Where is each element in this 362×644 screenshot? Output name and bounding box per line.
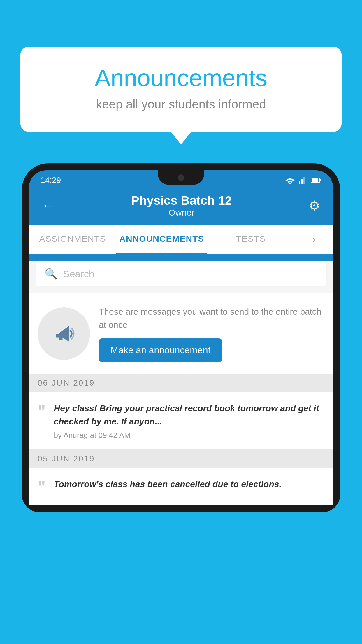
batch-title: Physics Batch 12 [131, 194, 232, 208]
announcement-content-1: Hey class! Bring your practical record b… [54, 402, 325, 440]
settings-icon[interactable]: ⚙ [308, 198, 320, 214]
app-header: ← Physics Batch 12 Owner ⚙ [29, 188, 333, 225]
quote-icon-1: " [38, 403, 46, 420]
search-placeholder: Search [63, 268, 94, 280]
svg-point-0 [289, 183, 291, 184]
svg-rect-1 [299, 181, 300, 184]
announcement-message-1: Hey class! Bring your practical record b… [54, 402, 325, 428]
speech-bubble-section: Announcements keep all your students inf… [20, 47, 342, 132]
phone-mockup: 14:29 [22, 163, 340, 644]
svg-rect-5 [320, 179, 321, 181]
search-icon: 🔍 [45, 268, 58, 280]
tab-bar: ASSIGNMENTS ANNOUNCEMENTS TESTS › [29, 225, 333, 254]
svg-rect-6 [312, 178, 318, 182]
announcement-message-2: Tomorrow's class has been cancelled due … [54, 477, 325, 491]
back-button[interactable]: ← [42, 198, 55, 213]
app-content: 🔍 Search These are messages you want to … [29, 261, 333, 505]
announcement-item-2[interactable]: " Tomorrow's class has been cancelled du… [29, 468, 333, 505]
header-center: Physics Batch 12 Owner [131, 194, 232, 218]
announcement-content-2: Tomorrow's class has been cancelled due … [54, 477, 325, 494]
make-announcement-button[interactable]: Make an announcement [99, 338, 222, 362]
announcement-author-1: by Anurag at 09:42 AM [54, 431, 325, 440]
wifi-icon [285, 177, 295, 184]
phone-outer: 14:29 [22, 163, 340, 512]
announcement-icon-circle [38, 307, 90, 360]
date-separator-2: 05 JUN 2019 [29, 449, 333, 468]
megaphone-icon [51, 321, 77, 347]
promo-description: These are messages you want to send to t… [99, 305, 324, 331]
quote-icon-2: " [38, 479, 46, 496]
batch-owner-label: Owner [131, 208, 232, 218]
tab-assignments[interactable]: ASSIGNMENTS [29, 225, 116, 254]
phone-notch [158, 170, 204, 185]
tab-announcements[interactable]: ANNOUNCEMENTS [116, 225, 207, 254]
speech-bubble: Announcements keep all your students inf… [20, 47, 342, 132]
bubble-title: Announcements [44, 64, 318, 92]
signal-icon [299, 177, 307, 184]
battery-icon [311, 177, 321, 183]
svg-rect-3 [303, 177, 305, 184]
date-separator-1: 06 JUN 2019 [29, 374, 333, 392]
status-time: 14:29 [41, 176, 61, 185]
search-bar[interactable]: 🔍 Search [36, 261, 326, 286]
phone-screen: 14:29 [29, 170, 333, 505]
tab-tests[interactable]: TESTS [207, 225, 295, 254]
promo-right: These are messages you want to send to t… [99, 305, 324, 362]
status-icons [285, 177, 321, 184]
promo-area: These are messages you want to send to t… [29, 293, 333, 374]
tab-more[interactable]: › [295, 225, 333, 254]
announcement-item-1[interactable]: " Hey class! Bring your practical record… [29, 392, 333, 449]
bubble-subtitle: keep all your students informed [44, 97, 318, 111]
camera-dot [178, 174, 184, 181]
svg-rect-2 [301, 179, 303, 184]
